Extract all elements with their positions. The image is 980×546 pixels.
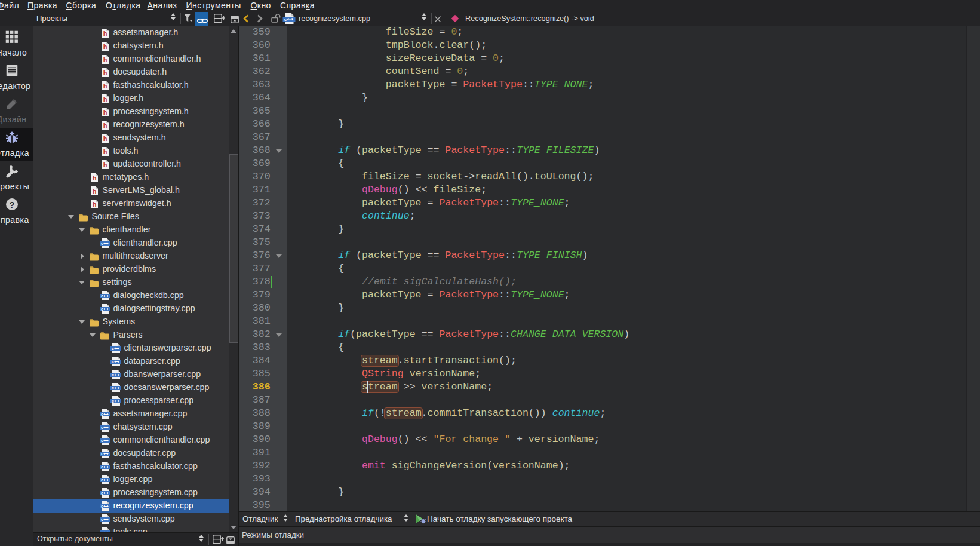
svg-text:h: h [103,161,107,168]
svg-text:h: h [103,135,107,142]
svg-text:h: h [103,30,107,37]
svg-text:c: c [101,478,103,482]
svg-text:c: c [101,465,103,469]
svg-text:c: c [101,504,103,508]
svg-text:c: c [101,412,103,416]
svg-text:h: h [103,96,107,103]
svg-text:h: h [93,201,97,208]
svg-text:c: c [101,294,103,298]
svg-text:c: c [101,491,103,495]
svg-text:c: c [101,517,103,522]
svg-text:c: c [101,241,103,246]
svg-text:h: h [103,148,107,155]
svg-text:c: c [112,399,114,403]
svg-text:h: h [103,82,107,90]
svg-text:c: c [112,386,114,390]
svg-text:h: h [103,109,107,116]
svg-text:h: h [103,69,107,76]
svg-text:c: c [284,17,287,22]
svg-text:h: h [103,122,107,129]
svg-text:?: ? [10,200,15,209]
svg-text:c: c [112,360,114,364]
svg-text:h: h [93,174,97,182]
svg-text:h: h [103,43,107,50]
svg-text:c: c [112,373,114,377]
svg-text:c: c [112,346,114,351]
svg-text:c: c [101,438,103,443]
svg-text:c: c [101,452,103,456]
svg-text:c: c [101,425,103,430]
svg-text:c: c [101,307,103,311]
svg-text:h: h [103,56,107,63]
svg-text:h: h [93,188,97,195]
